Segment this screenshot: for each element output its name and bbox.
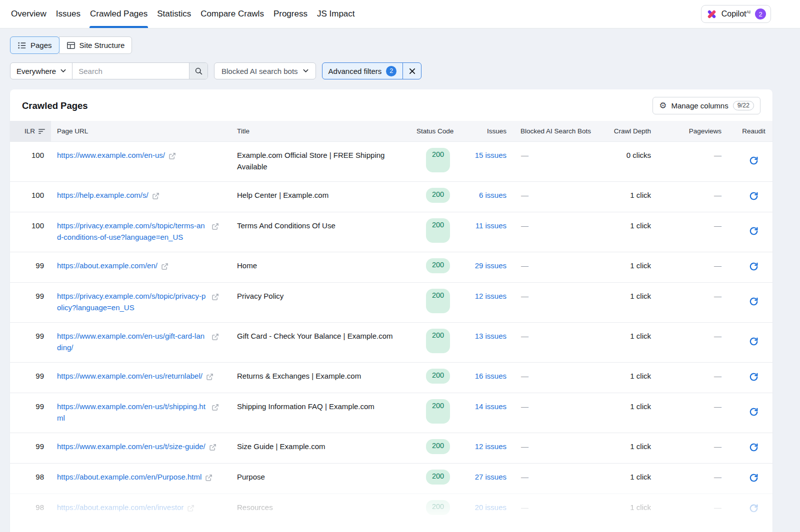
- table-row: 98 https://about.example.com/en/Purpose.…: [10, 463, 772, 494]
- page-url-link[interactable]: https://privacy.example.com/s/topic/priv…: [57, 290, 208, 313]
- copilot-label: CopilotAI: [722, 9, 750, 18]
- search-button[interactable]: [189, 63, 208, 79]
- issues-link[interactable]: 11 issues: [476, 221, 506, 230]
- page-url-cell: https://about.example.com/en/Purpose.htm…: [51, 464, 231, 494]
- external-link-icon[interactable]: [206, 372, 214, 384]
- issues-link[interactable]: 20 issues: [475, 503, 506, 512]
- external-link-icon[interactable]: [187, 504, 194, 515]
- reaudit-cell: [735, 393, 772, 433]
- column-header-pageviews[interactable]: Pageviews: [665, 121, 735, 141]
- column-header-page-url[interactable]: Page URL: [51, 121, 231, 141]
- table-row: 99 https://privacy.example.com/s/topic/p…: [10, 282, 772, 322]
- toggle-pages[interactable]: Pages: [10, 36, 60, 54]
- page-url-link[interactable]: https://www.example.com/en-us/t/shipping…: [57, 401, 208, 424]
- page-title-text: Example.com Official Store | FREE Shippi…: [231, 142, 409, 181]
- reaudit-button[interactable]: [749, 290, 758, 313]
- page-title-text: Gift Card - Check Your Balance | Example…: [231, 323, 409, 362]
- reaudit-button[interactable]: [749, 440, 758, 454]
- external-link-icon[interactable]: [212, 292, 219, 304]
- ilr-value: 99: [10, 433, 51, 463]
- reaudit-button[interactable]: [749, 149, 758, 172]
- copilot-button[interactable]: CopilotAI 2: [701, 5, 771, 23]
- tab-progress[interactable]: Progress: [273, 0, 308, 28]
- external-link-icon[interactable]: [205, 473, 212, 485]
- ilr-value: 99: [10, 252, 51, 282]
- ilr-value: 99: [10, 393, 51, 433]
- column-header-ilr[interactable]: ILR: [10, 121, 51, 141]
- issues-link[interactable]: 13 issues: [475, 332, 506, 340]
- column-header-title[interactable]: Title: [231, 121, 410, 141]
- page-url-link[interactable]: https://about.example.com/en/: [57, 260, 158, 271]
- top-navigation: Overview Issues Crawled Pages Statistics…: [0, 0, 800, 28]
- page-url-link[interactable]: https://about.example.com/en/investor: [57, 502, 184, 513]
- reaudit-cell: [735, 323, 772, 362]
- issues-link[interactable]: 12 issues: [475, 292, 506, 300]
- scope-label: Everywhere: [16, 67, 56, 75]
- issues-link[interactable]: 15 issues: [475, 151, 506, 159]
- page-url-link[interactable]: https://about.example.com/en/Purpose.htm…: [57, 471, 202, 483]
- tab-overview[interactable]: Overview: [10, 0, 47, 28]
- blocked-ai-bots-value: —: [516, 393, 606, 433]
- toggle-site-structure[interactable]: Site Structure: [59, 36, 132, 54]
- page-url-link[interactable]: https://www.example.com/en-us/t/size-gui…: [57, 441, 206, 452]
- issues-link[interactable]: 16 issues: [475, 372, 506, 380]
- page-url-link[interactable]: https://www.example.com/en-us/gift-card-…: [57, 330, 208, 353]
- copilot-badge: 2: [755, 8, 766, 19]
- reaudit-button[interactable]: [749, 501, 758, 515]
- reaudit-button[interactable]: [749, 370, 758, 384]
- issues-cell: 13 issues: [466, 323, 516, 362]
- issues-link[interactable]: 29 issues: [475, 261, 506, 270]
- issues-cell: 14 issues: [466, 393, 516, 433]
- issues-link[interactable]: 6 issues: [479, 191, 506, 199]
- page-url-link[interactable]: https://help.example.com/s/: [57, 189, 148, 201]
- column-header-blocked-ai-bots[interactable]: Blocked AI Search Bots: [516, 121, 606, 141]
- site-structure-icon: [66, 41, 76, 50]
- tab-compare-crawls[interactable]: Compare Crawls: [200, 0, 264, 28]
- scope-dropdown[interactable]: Everywhere: [10, 63, 72, 79]
- issues-link[interactable]: 14 issues: [475, 402, 506, 411]
- column-header-crawl-depth[interactable]: Crawl Depth: [606, 121, 665, 141]
- page-title-text: Resources: [231, 494, 409, 524]
- reaudit-button[interactable]: [749, 330, 758, 353]
- page-url-link[interactable]: https://www.example.com/en-us/: [57, 149, 165, 161]
- external-link-icon[interactable]: [212, 332, 219, 344]
- blocked-ai-bots-value: —: [516, 142, 606, 181]
- reaudit-button[interactable]: [749, 189, 758, 203]
- advanced-filters-button[interactable]: Advanced filters 2: [322, 63, 403, 79]
- tab-js-impact[interactable]: JS Impact: [316, 0, 356, 28]
- tab-issues[interactable]: Issues: [56, 0, 81, 28]
- manage-columns-button[interactable]: ⚙ Manage columns 9/22: [652, 97, 760, 114]
- external-link-icon[interactable]: [152, 191, 160, 203]
- reaudit-button[interactable]: [749, 219, 758, 243]
- table-row: 100 https://help.example.com/s/ Help Cen…: [10, 181, 772, 212]
- external-link-icon[interactable]: [161, 262, 168, 273]
- reaudit-button[interactable]: [749, 259, 758, 273]
- issues-cell: 20 issues: [466, 494, 516, 524]
- reaudit-button[interactable]: [749, 471, 758, 485]
- tab-statistics[interactable]: Statistics: [156, 0, 192, 28]
- page-url-link[interactable]: https://www.example.com/en-us/returnlabe…: [57, 370, 202, 382]
- issues-cell: 11 issues: [466, 212, 516, 252]
- chevron-down-icon: [303, 69, 308, 73]
- tab-crawled-pages[interactable]: Crawled Pages: [90, 0, 148, 28]
- external-link-icon[interactable]: [212, 222, 219, 233]
- blocked-ai-bots-dropdown[interactable]: Blocked AI search bots: [214, 62, 316, 79]
- column-header-status-code[interactable]: Status Code: [410, 121, 466, 141]
- external-link-icon[interactable]: [209, 443, 216, 454]
- view-toggle: Pages Site Structure: [10, 36, 772, 54]
- pageviews-value: —: [665, 142, 735, 181]
- status-code-cell: 200: [410, 393, 466, 433]
- ilr-value: 99: [10, 323, 51, 362]
- ilr-value: 99: [10, 363, 51, 393]
- column-header-issues[interactable]: Issues: [466, 121, 516, 141]
- issues-link[interactable]: 27 issues: [475, 473, 506, 481]
- external-link-icon[interactable]: [168, 151, 176, 163]
- external-link-icon[interactable]: [212, 403, 219, 414]
- page-url-link[interactable]: https://privacy.example.com/s/topic/term…: [57, 220, 208, 243]
- clear-advanced-filters-button[interactable]: [403, 63, 421, 79]
- page-url-cell: https://help.example.com/s/: [51, 182, 231, 212]
- search-input[interactable]: [72, 63, 189, 79]
- issues-link[interactable]: 12 issues: [475, 442, 506, 451]
- reaudit-button[interactable]: [749, 400, 758, 424]
- nav-spacer: [356, 0, 701, 28]
